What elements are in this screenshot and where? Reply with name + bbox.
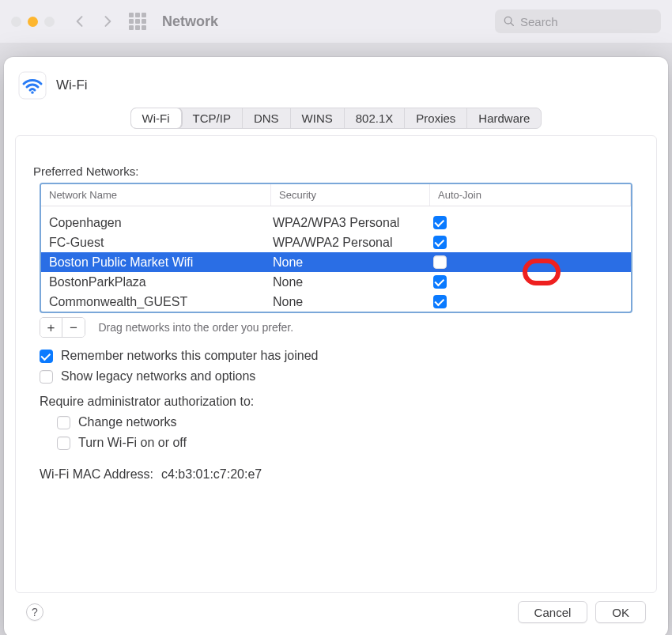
- network-name-cell: BostonParkPlaza: [49, 275, 273, 289]
- remember-networks-label: Remember networks this computer has join…: [61, 349, 318, 363]
- network-name-cell: FC-Guest: [49, 236, 273, 250]
- mac-address-value: c4:b3:01:c7:20:e7: [161, 467, 262, 482]
- tab-proxies[interactable]: Proxies: [405, 108, 467, 128]
- toolbar: Network Search: [0, 0, 672, 43]
- svg-point-2: [31, 91, 34, 94]
- mac-address-row: Wi-Fi MAC Address: c4:b3:01:c7:20:e7: [40, 467, 632, 482]
- traffic-lights: [11, 17, 55, 27]
- network-autojoin-cell: [431, 236, 623, 249]
- show-all-icon[interactable]: [129, 13, 146, 30]
- wifi-icon: [18, 71, 47, 100]
- search-input[interactable]: Search: [495, 9, 661, 33]
- add-remove-control: + −: [40, 317, 85, 338]
- table-row[interactable]: Boston Public Market WifiNone: [41, 252, 631, 272]
- autojoin-checkbox[interactable]: [433, 236, 447, 249]
- tab-wins[interactable]: WINS: [291, 108, 345, 128]
- search-placeholder: Search: [520, 15, 558, 28]
- inner-panel: Preferred Networks: Network Name Securit…: [15, 135, 657, 593]
- segmented-tabs: Wi-Fi TCP/IP DNS WINS 802.1X Proxies Har…: [130, 108, 542, 129]
- wifi-advanced-sheet: Wi-Fi Wi-Fi TCP/IP DNS WINS 802.1X Proxi…: [4, 57, 668, 635]
- tab-hardware[interactable]: Hardware: [467, 108, 541, 128]
- zoom-dot[interactable]: [44, 17, 55, 27]
- col-network-name[interactable]: Network Name: [41, 184, 271, 206]
- network-autojoin-cell: [431, 216, 623, 229]
- tab-8021x[interactable]: 802.1X: [345, 108, 406, 128]
- table-row[interactable]: BostonParkPlazaNone: [41, 272, 631, 292]
- autojoin-checkbox[interactable]: [433, 216, 447, 229]
- change-networks-label: Change networks: [78, 415, 177, 429]
- search-icon: [503, 15, 515, 28]
- minimize-dot[interactable]: [28, 17, 38, 27]
- preferred-networks-label: Preferred Networks:: [33, 164, 632, 178]
- remove-network-button[interactable]: −: [62, 318, 85, 337]
- network-name-cell: Copenhagen: [49, 216, 273, 230]
- network-security-cell: None: [273, 275, 431, 289]
- autojoin-checkbox[interactable]: [433, 255, 447, 269]
- help-button[interactable]: ?: [26, 603, 43, 621]
- add-network-button[interactable]: +: [40, 318, 62, 337]
- forward-button[interactable]: [96, 11, 118, 32]
- network-name-cell: Commonwealth_GUEST: [49, 295, 273, 309]
- turn-wifi-checkbox[interactable]: [57, 437, 70, 450]
- change-networks-row[interactable]: Change networks: [57, 415, 632, 429]
- table-row[interactable]: [41, 206, 631, 213]
- network-autojoin-cell: [431, 295, 623, 308]
- tab-tcpip[interactable]: TCP/IP: [182, 108, 243, 128]
- legacy-networks-label: Show legacy networks and options: [61, 369, 255, 384]
- network-security-cell: WPA2/WPA3 Personal: [273, 216, 431, 230]
- back-button[interactable]: [69, 11, 90, 32]
- remember-networks-row[interactable]: Remember networks this computer has join…: [40, 349, 632, 363]
- network-name-cell: Boston Public Market Wifi: [49, 255, 273, 270]
- autojoin-checkbox[interactable]: [433, 275, 447, 289]
- table-row[interactable]: FC-GuestWPA/WPA2 Personal: [41, 232, 631, 252]
- mac-address-label: Wi-Fi MAC Address:: [40, 467, 153, 482]
- sheet-header: Wi-Fi: [4, 57, 668, 108]
- col-security[interactable]: Security: [271, 184, 430, 206]
- sheet-footer: ? Cancel OK: [4, 601, 668, 623]
- turn-wifi-row[interactable]: Turn Wi-Fi on or off: [57, 436, 632, 450]
- table-row[interactable]: CopenhagenWPA2/WPA3 Personal: [41, 213, 631, 232]
- change-networks-checkbox[interactable]: [57, 416, 70, 429]
- network-autojoin-cell: [431, 275, 623, 289]
- remember-networks-checkbox[interactable]: [40, 350, 53, 363]
- table-row[interactable]: Commonwealth_GUESTNone: [41, 292, 631, 312]
- cancel-button[interactable]: Cancel: [518, 601, 588, 623]
- window-title: Network: [162, 13, 489, 30]
- autojoin-checkbox[interactable]: [433, 295, 447, 308]
- tab-wifi[interactable]: Wi-Fi: [131, 108, 182, 128]
- network-security-cell: None: [273, 295, 431, 309]
- close-dot[interactable]: [11, 17, 21, 27]
- network-security-cell: None: [273, 255, 431, 270]
- col-auto-join[interactable]: Auto-Join: [430, 184, 631, 206]
- drag-hint: Drag networks into the order you prefer.: [98, 321, 293, 334]
- network-security-cell: WPA/WPA2 Personal: [273, 236, 431, 250]
- table-body: CopenhagenWPA2/WPA3 PersonalFC-GuestWPA/…: [41, 206, 631, 312]
- preferred-networks-table[interactable]: Network Name Security Auto-Join Copenhag…: [40, 183, 632, 313]
- network-autojoin-cell: [431, 255, 623, 269]
- sheet-title: Wi-Fi: [56, 77, 88, 93]
- legacy-networks-row[interactable]: Show legacy networks and options: [40, 369, 632, 384]
- admin-auth-label: Require administrator authorization to:: [40, 395, 632, 409]
- legacy-networks-checkbox[interactable]: [40, 370, 53, 384]
- ok-button[interactable]: OK: [595, 601, 646, 623]
- turn-wifi-label: Turn Wi-Fi on or off: [78, 436, 187, 450]
- table-header: Network Name Security Auto-Join: [41, 184, 631, 206]
- tab-dns[interactable]: DNS: [243, 108, 291, 128]
